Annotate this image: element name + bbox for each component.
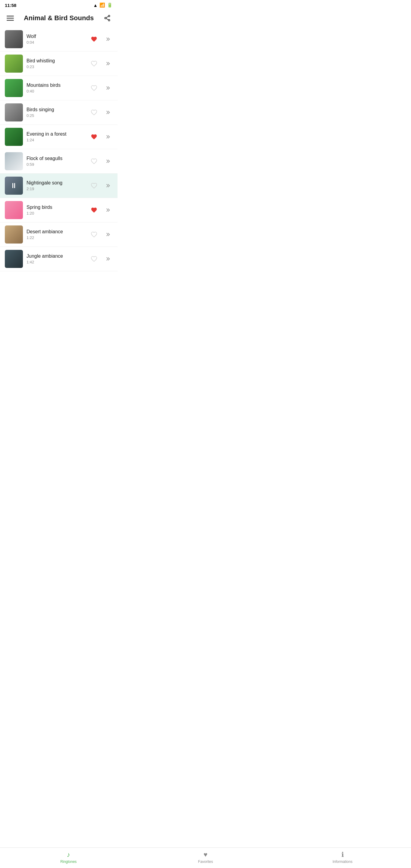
song-item[interactable]: Bird whistling 0:23	[0, 52, 118, 76]
song-name: Nightingale song	[27, 180, 89, 186]
svg-point-4	[105, 18, 106, 19]
more-button[interactable]	[102, 131, 113, 142]
svg-line-7	[106, 19, 108, 20]
ringtones-tab-icon: ♪	[67, 851, 70, 859]
song-actions	[89, 229, 113, 240]
favorite-button[interactable]	[89, 83, 99, 93]
song-thumbnail	[5, 55, 23, 73]
song-thumbnail	[5, 250, 23, 268]
song-name: Desert ambiance	[27, 229, 89, 235]
svg-rect-1	[7, 18, 14, 19]
song-thumbnail	[5, 30, 23, 48]
song-name: Wolf	[27, 34, 89, 39]
song-actions	[89, 58, 113, 69]
song-thumbnail	[5, 79, 23, 97]
song-item[interactable]: Desert ambiance 1:22	[0, 222, 118, 247]
song-actions	[89, 253, 113, 264]
song-actions	[89, 83, 113, 93]
svg-rect-0	[7, 16, 14, 17]
song-duration: 1:24	[27, 138, 89, 142]
song-duration: 0:59	[27, 162, 89, 167]
song-info: Mountains birds 0:40	[27, 83, 89, 93]
favorite-button[interactable]	[89, 34, 99, 44]
favorite-button[interactable]	[89, 229, 99, 240]
favorite-button[interactable]	[89, 131, 99, 142]
song-actions	[89, 205, 113, 216]
favorite-button[interactable]	[89, 180, 99, 191]
song-item[interactable]: Birds singing 0:25	[0, 100, 118, 125]
more-button[interactable]	[102, 180, 113, 191]
song-name: Spring birds	[27, 205, 89, 210]
song-thumbnail	[5, 103, 23, 121]
song-name: Flock of seagulls	[27, 156, 89, 161]
more-button[interactable]	[102, 229, 113, 240]
song-info: Wolf 0:04	[27, 34, 89, 44]
more-button[interactable]	[102, 83, 113, 93]
status-time: 11:58	[5, 3, 16, 8]
app-header: Animal & Bird Sounds	[0, 10, 118, 27]
favorite-button[interactable]	[89, 107, 99, 118]
battery-icon: 🔋	[107, 2, 113, 8]
song-name: Evening in a forest	[27, 131, 89, 137]
song-item[interactable]: Mountains birds 0:40	[0, 76, 118, 100]
song-thumbnail	[5, 152, 23, 170]
pause-icon: ⏸	[10, 182, 18, 189]
tab-ringtones[interactable]: ♪ Ringtones	[0, 848, 118, 868]
song-info: Jungle ambiance 1:42	[27, 253, 89, 264]
song-item[interactable]: ⏸ Nightingale song 2:19	[0, 174, 118, 198]
more-button[interactable]	[102, 205, 113, 216]
song-thumbnail	[5, 128, 23, 146]
more-button[interactable]	[102, 156, 113, 167]
song-info: Evening in a forest 1:24	[27, 131, 89, 142]
song-item[interactable]: Wolf 0:04	[0, 27, 118, 52]
song-item[interactable]: Flock of seagulls 0:59	[0, 149, 118, 174]
ringtones-tab-label: Ringtones	[60, 860, 76, 864]
share-button[interactable]	[102, 13, 113, 24]
tab-bar: ♪ Ringtones ♥ Favorites ℹ Informations	[0, 847, 118, 868]
song-list: Wolf 0:04	[0, 27, 118, 271]
song-name: Mountains birds	[27, 83, 89, 88]
song-duration: 0:40	[27, 89, 89, 93]
wifi-icon: 📶	[99, 2, 105, 8]
song-duration: 1:42	[27, 260, 89, 264]
song-thumbnail	[5, 201, 23, 219]
song-item[interactable]: Evening in a forest 1:24	[0, 125, 118, 149]
status-bar: 11:58 ▲ 📶 🔋	[0, 0, 118, 10]
favorite-button[interactable]	[89, 58, 99, 69]
song-duration: 1:22	[27, 236, 89, 240]
more-button[interactable]	[102, 107, 113, 118]
favorite-button[interactable]	[89, 156, 99, 167]
song-thumbnail	[5, 225, 23, 244]
song-info: Desert ambiance 1:22	[27, 229, 89, 240]
song-actions	[89, 156, 113, 167]
menu-button[interactable]	[5, 13, 16, 24]
svg-point-5	[108, 20, 110, 21]
song-name: Bird whistling	[27, 58, 89, 64]
signal-icon: ▲	[93, 3, 98, 8]
song-duration: 2:19	[27, 187, 89, 191]
favorite-button[interactable]	[89, 205, 99, 216]
song-duration: 1:20	[27, 211, 89, 216]
pause-overlay: ⏸	[5, 177, 23, 195]
song-info: Flock of seagulls 0:59	[27, 156, 89, 167]
page-title: Animal & Bird Sounds	[24, 14, 94, 22]
more-button[interactable]	[102, 253, 113, 264]
song-actions	[89, 180, 113, 191]
song-thumbnail: ⏸	[5, 177, 23, 195]
status-icons: ▲ 📶 🔋	[93, 2, 113, 8]
more-button[interactable]	[102, 58, 113, 69]
song-info: Birds singing 0:25	[27, 107, 89, 118]
song-duration: 0:04	[27, 40, 89, 44]
song-item[interactable]: Spring birds 1:20	[0, 198, 118, 222]
song-info: Nightingale song 2:19	[27, 180, 89, 191]
song-item[interactable]: Jungle ambiance 1:42	[0, 247, 118, 271]
song-name: Jungle ambiance	[27, 253, 89, 259]
song-duration: 0:25	[27, 113, 89, 118]
more-button[interactable]	[102, 34, 113, 44]
song-info: Bird whistling 0:23	[27, 58, 89, 69]
svg-line-6	[106, 16, 108, 18]
song-actions	[89, 131, 113, 142]
svg-rect-2	[7, 20, 14, 21]
song-name: Birds singing	[27, 107, 89, 113]
favorite-button[interactable]	[89, 253, 99, 264]
